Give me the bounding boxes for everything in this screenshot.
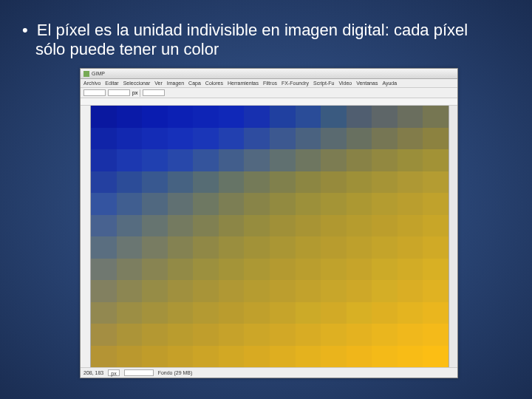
pixel-cell xyxy=(423,128,449,150)
pixel-cell xyxy=(91,106,117,128)
menu-archivo[interactable]: Archivo xyxy=(83,81,100,86)
menu-ver[interactable]: Ver xyxy=(154,81,163,86)
pixel-cell xyxy=(142,128,168,150)
titlebar: GIMP xyxy=(81,69,457,79)
pixel-cell xyxy=(372,236,398,259)
pixel-cell xyxy=(398,259,423,281)
zoom-field[interactable] xyxy=(143,89,165,96)
pixel-cell xyxy=(321,259,347,281)
pixel-cell xyxy=(296,215,321,237)
pixel-cell xyxy=(117,171,143,194)
pixel-cell xyxy=(244,193,270,215)
pixel-cell xyxy=(219,215,245,237)
pixel-cell xyxy=(321,106,347,128)
pixel-cell xyxy=(91,215,117,237)
pixel-cell xyxy=(193,215,219,237)
pixel-cell xyxy=(270,106,296,128)
pixel-cell xyxy=(142,236,168,259)
status-zoom[interactable] xyxy=(124,369,154,376)
pixel-cell xyxy=(117,280,143,302)
status-units[interactable]: px xyxy=(108,369,119,376)
pixel-cell xyxy=(142,324,168,346)
coord-y-field[interactable] xyxy=(108,89,130,96)
pixel-cell xyxy=(91,280,117,302)
pixel-cell xyxy=(91,346,117,368)
menu-colores[interactable]: Colores xyxy=(205,81,223,86)
pixel-cell xyxy=(398,346,423,368)
pixel-cell xyxy=(244,346,270,368)
pixel-canvas[interactable] xyxy=(91,106,449,367)
pixel-cell xyxy=(321,171,347,194)
pixel-cell xyxy=(321,149,347,171)
menu-scriptfu[interactable]: Script-Fu xyxy=(313,81,334,86)
vertical-scrollbar[interactable] xyxy=(449,106,457,367)
pixel-cell xyxy=(168,215,194,237)
pixel-cell xyxy=(270,302,296,324)
pixel-cell xyxy=(372,302,398,324)
pixel-cell xyxy=(117,346,143,368)
pixel-cell xyxy=(372,215,398,237)
canvas-area xyxy=(81,106,457,367)
pixel-cell xyxy=(296,324,321,346)
pixel-cell xyxy=(321,193,347,215)
pixel-cell xyxy=(193,346,219,368)
pixel-cell xyxy=(372,324,398,346)
pixel-cell xyxy=(117,149,143,171)
pixel-cell xyxy=(270,128,296,150)
pixel-cell xyxy=(270,280,296,302)
pixel-cell xyxy=(168,193,194,215)
menu-ventanas[interactable]: Ventanas xyxy=(356,81,378,86)
pixel-cell xyxy=(347,236,372,259)
slide-bullet-text: El píxel es la unidad indivisible en ima… xyxy=(35,21,497,60)
pixel-cell xyxy=(423,346,449,368)
pixel-cell xyxy=(347,171,372,194)
window-title: GIMP xyxy=(92,71,105,76)
pixel-cell xyxy=(423,302,449,324)
pixel-cell xyxy=(117,215,143,237)
horizontal-ruler xyxy=(81,98,457,106)
pixel-cell xyxy=(296,346,321,368)
pixel-cell xyxy=(296,236,321,259)
pixel-cell xyxy=(117,236,143,259)
pixel-cell xyxy=(244,302,270,324)
pixel-cell xyxy=(398,215,423,237)
pixel-cell xyxy=(296,106,321,128)
pixel-cell xyxy=(219,324,245,346)
menu-filtros[interactable]: Filtros xyxy=(263,81,277,86)
menu-fxfoundry[interactable]: FX-Foundry xyxy=(282,81,309,86)
pixel-cell xyxy=(372,193,398,215)
pixel-cell xyxy=(117,259,143,281)
pixel-cell xyxy=(270,215,296,237)
pixel-cell xyxy=(91,236,117,259)
pixel-cell xyxy=(398,280,423,302)
menu-editar[interactable]: Editar xyxy=(105,81,118,86)
coord-x-field[interactable] xyxy=(83,89,106,96)
pixel-cell xyxy=(142,171,168,194)
menu-capa[interactable]: Capa xyxy=(188,81,201,86)
pixel-cell xyxy=(142,215,168,237)
pixel-cell xyxy=(372,128,398,150)
pixel-cell xyxy=(372,149,398,171)
pixel-cell xyxy=(270,236,296,259)
menu-video[interactable]: Video xyxy=(338,81,352,86)
pixel-cell xyxy=(347,106,372,128)
pixel-cell xyxy=(91,128,117,150)
pixel-cell xyxy=(372,280,398,302)
menu-imagen[interactable]: Imagen xyxy=(167,81,184,86)
pixel-cell xyxy=(168,106,194,128)
pixel-cell xyxy=(347,193,372,215)
pixel-cell xyxy=(321,215,347,237)
pixel-cell xyxy=(142,346,168,368)
pixel-cell xyxy=(398,302,423,324)
pixel-cell xyxy=(193,193,219,215)
pixel-cell xyxy=(193,149,219,171)
pixel-cell xyxy=(219,171,245,194)
menu-seleccionar[interactable]: Seleccionar xyxy=(123,81,151,86)
pixel-cell xyxy=(398,324,423,346)
pixel-cell xyxy=(423,236,449,259)
menu-herramientas[interactable]: Herramientas xyxy=(228,81,259,86)
pixel-cell xyxy=(219,259,245,281)
toolbar: px xyxy=(81,88,457,98)
menu-ayuda[interactable]: Ayuda xyxy=(382,81,397,86)
pixel-cell xyxy=(423,259,449,281)
